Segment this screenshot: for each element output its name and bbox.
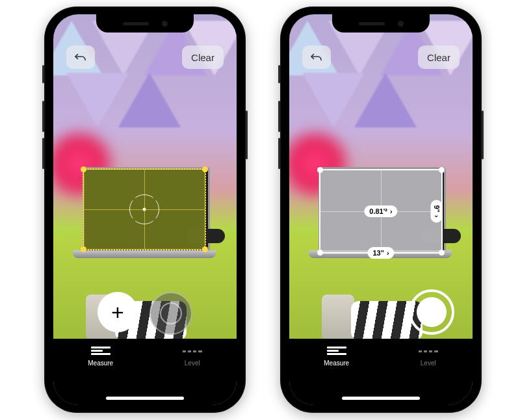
volume-up bbox=[278, 101, 280, 132]
measured-rect[interactable]: 0.81'² › 13" › 9" › bbox=[319, 169, 443, 254]
tab-measure[interactable]: Measure bbox=[324, 347, 349, 367]
undo-icon bbox=[75, 52, 86, 62]
notch bbox=[332, 14, 430, 33]
corner-handle-bottom-left[interactable] bbox=[317, 250, 323, 256]
tab-level[interactable]: Level bbox=[183, 347, 202, 367]
home-indicator[interactable] bbox=[342, 397, 420, 400]
tab-label: Level bbox=[421, 360, 436, 367]
chevron-right-icon: › bbox=[432, 215, 440, 218]
undo-button[interactable] bbox=[302, 46, 331, 69]
phone-frame-left: Clear + Measure Level bbox=[44, 7, 246, 413]
clear-button[interactable]: Clear bbox=[182, 46, 224, 69]
tab-label: Measure bbox=[88, 360, 113, 367]
corner-handle-top-right[interactable] bbox=[439, 167, 445, 173]
undo-icon bbox=[311, 52, 322, 62]
width-measurement-pill[interactable]: 13" › bbox=[367, 247, 394, 259]
mute-switch bbox=[42, 65, 44, 83]
camera-viewport[interactable]: 0.81'² › 13" › 9" › C bbox=[289, 14, 473, 405]
notch bbox=[96, 14, 194, 33]
corner-handle-top-right[interactable] bbox=[202, 166, 208, 172]
level-icon bbox=[183, 347, 202, 356]
tab-bar: Measure Level bbox=[53, 339, 237, 405]
area-value: 0.81'² bbox=[369, 207, 387, 215]
volume-down bbox=[278, 138, 280, 169]
home-indicator[interactable] bbox=[106, 397, 184, 400]
camera-viewport[interactable]: Clear + Measure Level bbox=[53, 14, 237, 405]
level-icon bbox=[419, 347, 438, 356]
power-button bbox=[482, 111, 484, 159]
chevron-right-icon: › bbox=[387, 249, 389, 257]
width-value: 13" bbox=[372, 249, 384, 257]
chevron-right-icon: › bbox=[390, 207, 393, 215]
measure-icon bbox=[327, 347, 346, 356]
tab-bar: Measure Level bbox=[289, 339, 473, 405]
add-point-button[interactable]: + bbox=[98, 292, 138, 332]
tab-label: Level bbox=[185, 360, 200, 367]
power-button bbox=[246, 111, 248, 159]
measure-icon bbox=[91, 347, 110, 356]
phone-frame-right: 0.81'² › 13" › 9" › C bbox=[280, 7, 482, 413]
tab-measure[interactable]: Measure bbox=[88, 347, 113, 367]
corner-handle-bottom-right[interactable] bbox=[439, 250, 445, 256]
mute-switch bbox=[278, 65, 280, 83]
capture-button[interactable] bbox=[409, 289, 454, 335]
plus-icon: + bbox=[111, 300, 124, 325]
height-measurement-pill[interactable]: 9" › bbox=[430, 200, 442, 222]
capture-button-disabled bbox=[150, 292, 192, 335]
ar-detection-rect[interactable] bbox=[83, 169, 205, 250]
area-measurement-pill[interactable]: 0.81'² › bbox=[364, 205, 397, 217]
tab-label: Measure bbox=[324, 360, 349, 367]
reticle-icon bbox=[129, 194, 159, 224]
tab-level[interactable]: Level bbox=[419, 347, 438, 367]
undo-button[interactable] bbox=[66, 46, 95, 69]
height-value: 9" bbox=[432, 205, 440, 212]
volume-down bbox=[42, 138, 44, 169]
corner-handle-top-left[interactable] bbox=[81, 166, 86, 172]
clear-button[interactable]: Clear bbox=[418, 46, 460, 69]
corner-handle-bottom-left[interactable] bbox=[81, 246, 86, 252]
screen-left: Clear + Measure Level bbox=[53, 14, 237, 405]
corner-handle-top-left[interactable] bbox=[317, 167, 323, 173]
corner-handle-bottom-right[interactable] bbox=[202, 246, 208, 252]
volume-up bbox=[42, 101, 44, 132]
screen-right: 0.81'² › 13" › 9" › C bbox=[289, 14, 473, 405]
